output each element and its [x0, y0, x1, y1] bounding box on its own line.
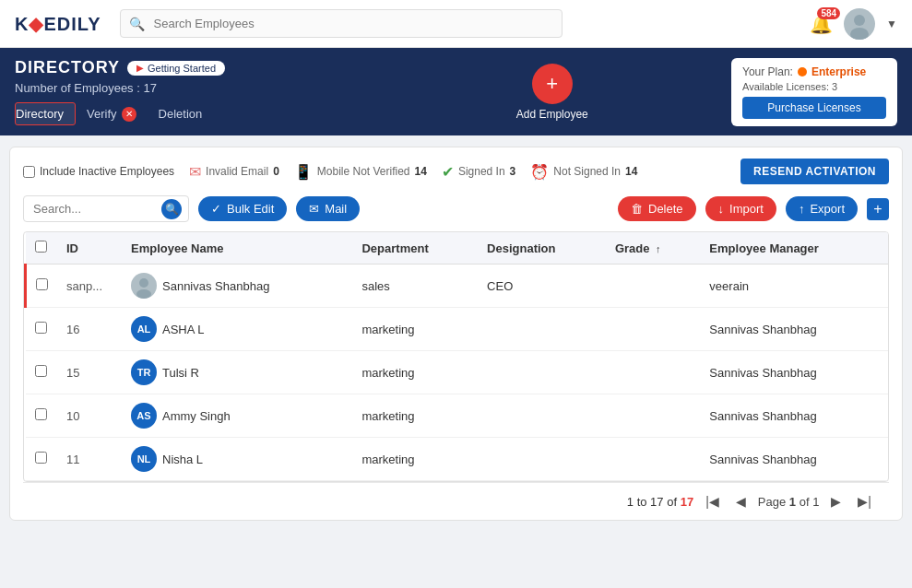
col-checkbox [26, 232, 58, 265]
import-icon: ↓ [718, 202, 725, 216]
employee-avatar: AL [131, 316, 157, 342]
employee-avatar: TR [131, 359, 157, 385]
logo: K◆EDILY [15, 13, 101, 35]
row-grade [606, 265, 700, 308]
row-grade [606, 351, 700, 394]
header-bar: DIRECTORY ▶ Getting Started Number of Em… [0, 48, 912, 135]
verify-x-icon: ✕ [122, 107, 136, 122]
tab-deletion-label: Deletion [159, 107, 203, 121]
row-employee-name: Sannivas Shanbhag [122, 265, 352, 308]
bulk-edit-icon: ✓ [211, 202, 221, 216]
col-designation: Designation [478, 232, 606, 265]
add-employee-circle: + [532, 64, 573, 104]
employee-name-text: ASHA L [162, 323, 205, 336]
last-page-button[interactable]: ▶| [853, 492, 876, 511]
user-menu-chevron[interactable]: ▼ [886, 18, 897, 30]
row-select-checkbox[interactable] [35, 408, 47, 420]
search-input[interactable] [120, 9, 563, 38]
main-content: Include Inactive Employees ✉ Invalid Ema… [9, 147, 903, 521]
mobile-not-verified-count: 14 [415, 165, 427, 178]
svg-point-1 [850, 28, 869, 40]
table-search-icon: 🔍 [165, 203, 179, 216]
play-icon: ▶ [136, 63, 144, 73]
plan-dot-icon [798, 67, 807, 76]
num-employees: Number of Employees : 17 [15, 81, 373, 95]
row-select-checkbox[interactable] [35, 452, 47, 464]
row-department: marketing [352, 308, 478, 351]
row-employee-name: ALASHA L [122, 308, 352, 351]
svg-point-0 [854, 15, 865, 26]
row-department: marketing [352, 438, 478, 481]
your-plan-label: Your Plan: [742, 65, 793, 78]
row-select-checkbox[interactable] [35, 322, 47, 334]
purchase-licenses-button[interactable]: Purchase Licenses [742, 97, 886, 119]
tab-deletion[interactable]: Deletion [148, 103, 214, 124]
mail-button[interactable]: ✉ Mail [296, 196, 360, 221]
select-all-checkbox[interactable] [35, 241, 47, 253]
header-title-row: DIRECTORY ▶ Getting Started [15, 58, 373, 77]
row-checkbox-cell [26, 265, 58, 308]
add-column-button[interactable]: + [867, 198, 889, 220]
tab-verify[interactable]: Verify ✕ [76, 103, 148, 125]
mobile-icon: 📱 [294, 163, 313, 181]
header-right: Your Plan: Enterprise Available Licenses… [731, 58, 897, 126]
export-button[interactable]: ↑ Export [786, 196, 858, 221]
row-department: marketing [352, 394, 478, 438]
add-employee-section: + Add Employee [373, 64, 732, 121]
actions-row: 🔍 ✓ Bulk Edit ✉ Mail 🗑 Delete ↓ Import ↑… [23, 195, 889, 222]
row-grade [606, 394, 700, 438]
search-bar: 🔍 [120, 9, 563, 38]
plan-name: Enterprise [811, 65, 866, 78]
avatar[interactable] [844, 8, 875, 40]
table-row: 15TRTulsi RmarketingSannivas Shanbhag [26, 351, 889, 394]
table-header-row: ID Employee Name Department Designation … [26, 232, 889, 265]
page-info-text: Page 1 of 1 [758, 495, 820, 509]
employee-name-text: Sannivas Shanbhag [162, 279, 269, 293]
first-page-button[interactable]: |◀ [701, 492, 724, 511]
row-grade [606, 308, 700, 351]
bulk-edit-label: Bulk Edit [227, 202, 274, 216]
table-row: 10ASAmmy SinghmarketingSannivas Shanbhag [26, 394, 889, 438]
row-select-checkbox[interactable] [36, 278, 48, 290]
not-signed-in-icon: ⏰ [530, 163, 549, 181]
table-search-button[interactable]: 🔍 [161, 199, 182, 219]
not-signed-in-count: 14 [625, 165, 637, 178]
row-id: 16 [57, 308, 122, 351]
next-page-button[interactable]: ▶ [826, 492, 846, 511]
mobile-not-verified-stat: 📱 Mobile Not Verified 14 [294, 163, 427, 181]
pagination-range: 1 to 17 of 17 [627, 495, 693, 509]
include-inactive-checkbox[interactable]: Include Inactive Employees [23, 165, 174, 178]
add-employee-label: Add Employee [516, 108, 588, 121]
employee-name-text: Nisha L [162, 453, 203, 466]
delete-button[interactable]: 🗑 Delete [618, 196, 696, 221]
page-of: of [799, 495, 812, 509]
tabs-row: Directory Verify ✕ Deletion [15, 102, 373, 125]
import-button[interactable]: ↓ Import [705, 196, 776, 221]
notification-bell[interactable]: 🔔 584 [810, 13, 833, 35]
employee-avatar: NL [131, 446, 157, 472]
notification-count: 584 [817, 7, 840, 19]
prev-page-button[interactable]: ◀ [731, 492, 751, 511]
header-left: DIRECTORY ▶ Getting Started Number of Em… [15, 58, 373, 125]
add-employee-button[interactable]: + Add Employee [516, 64, 588, 121]
bulk-edit-button[interactable]: ✓ Bulk Edit [198, 196, 287, 221]
row-select-checkbox[interactable] [35, 365, 47, 377]
employee-table-wrap: ID Employee Name Department Designation … [23, 231, 889, 482]
employee-name-text: Ammy Singh [162, 409, 231, 423]
row-checkbox-cell [26, 394, 58, 438]
row-employee-name: TRTulsi R [122, 351, 352, 394]
include-inactive-input[interactable] [23, 166, 35, 178]
page-label: Page [758, 495, 786, 509]
getting-started-button[interactable]: ▶ Getting Started [127, 61, 225, 76]
row-checkbox-cell [26, 351, 58, 394]
resend-activation-button[interactable]: RESEND ACTIVATION [740, 159, 889, 184]
svg-point-2 [139, 278, 148, 288]
table-row: sanp...Sannivas ShanbhagsalesCEOveerain [26, 265, 889, 308]
row-designation [478, 394, 606, 438]
col-department: Department [352, 232, 478, 265]
plan-row: Your Plan: Enterprise [742, 65, 886, 78]
table-search-wrap: 🔍 [23, 195, 189, 222]
search-icon: 🔍 [129, 17, 145, 31]
mail-icon: ✉ [309, 202, 319, 216]
tab-directory[interactable]: Directory [15, 102, 76, 125]
